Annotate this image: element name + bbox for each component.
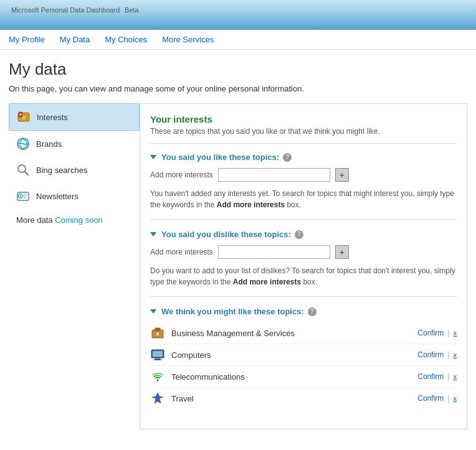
topic-name-travel: Travel xyxy=(171,394,411,403)
topic-icon-telecom xyxy=(150,369,165,384)
sidebar-newsletters-label: Newsletters xyxy=(36,192,79,201)
collapse-disliked-icon xyxy=(150,232,156,237)
divider: | xyxy=(447,394,449,403)
section-disliked-header[interactable]: You said you dislike these topics: ? xyxy=(150,230,457,239)
bing-icon xyxy=(16,163,30,177)
liked-info-text: You haven't added any interests yet. To … xyxy=(150,188,457,210)
remove-business-button[interactable]: x xyxy=(454,329,457,337)
divider: | xyxy=(447,350,449,359)
section-disliked-title: You said you dislike these topics: xyxy=(161,230,291,239)
sidebar-interests-label: Interests xyxy=(37,113,68,122)
topics-list: Business Management & Services Confirm |… xyxy=(150,322,457,409)
svg-rect-15 xyxy=(156,332,159,335)
nav-my-data[interactable]: My Data xyxy=(60,35,90,44)
confirm-travel-button[interactable]: Confirm xyxy=(417,394,444,403)
content-panel: Your interests These are topics that you… xyxy=(140,103,467,429)
confirm-computers-button[interactable]: Confirm xyxy=(417,350,444,359)
topic-name-telecom: Telecommunications xyxy=(171,372,411,382)
disliked-add-row: Add more interests + xyxy=(150,245,457,259)
sidebar-brands-label: Brands xyxy=(36,139,62,149)
panel-description: These are topics that you said you like … xyxy=(150,127,457,144)
remove-telecom-button[interactable]: x xyxy=(454,373,457,380)
page-description: On this page, you can view and manage so… xyxy=(9,84,467,93)
section-suggested-header[interactable]: We think you might like these topics: ? xyxy=(150,307,457,316)
liked-add-button[interactable]: + xyxy=(335,168,349,182)
section-liked-title: You said you like these topics: xyxy=(161,152,279,162)
topic-actions-travel: Confirm | x xyxy=(417,394,457,403)
confirm-business-button[interactable]: Confirm xyxy=(417,329,444,337)
sidebar-item-newsletters[interactable]: Newsletters xyxy=(9,183,140,209)
svg-point-9 xyxy=(20,195,22,197)
header-title: Microsoft Personal Data Dashboard Beta xyxy=(9,1,139,14)
confirm-telecom-button[interactable]: Confirm xyxy=(417,372,444,381)
nav-my-profile[interactable]: My Profile xyxy=(9,35,45,44)
app-title: Microsoft Personal Data Dashboard xyxy=(11,6,120,14)
interests-icon xyxy=(17,110,31,124)
divider: | xyxy=(447,372,449,381)
disliked-add-button[interactable]: + xyxy=(335,245,349,259)
liked-add-row: Add more interests + xyxy=(150,168,457,182)
panel-title: Your interests xyxy=(150,114,457,124)
section-suggested: We think you might like these topics: ? xyxy=(150,307,457,409)
sidebar-item-interests[interactable]: Interests xyxy=(9,103,140,131)
svg-rect-17 xyxy=(153,351,163,357)
table-row: Computers Confirm | x xyxy=(150,344,457,366)
topic-icon-computers xyxy=(150,347,165,362)
more-data-label: More data xyxy=(16,215,53,225)
section-suggested-title: We think you might like these topics: xyxy=(161,307,304,316)
svg-point-3 xyxy=(19,113,22,116)
svg-point-20 xyxy=(157,380,158,381)
topic-name-computers: Computers xyxy=(171,350,411,360)
nav-my-choices[interactable]: My Choices xyxy=(105,35,147,44)
page-body: My data On this page, you can view and m… xyxy=(0,50,476,439)
topic-actions-telecom: Confirm | x xyxy=(417,372,457,381)
sidebar: Interests Brands xyxy=(9,103,140,429)
section-liked-header[interactable]: You said you like these topics: ? xyxy=(150,152,457,162)
more-data: More data Coming soon xyxy=(9,209,140,231)
disliked-help-icon[interactable]: ? xyxy=(295,230,303,239)
nav-bar: My Profile My Data My Choices More Servi… xyxy=(0,30,476,50)
table-row: Business Management & Services Confirm |… xyxy=(150,322,457,344)
disliked-add-input[interactable] xyxy=(218,245,330,259)
liked-add-label: Add more interests xyxy=(150,171,213,179)
header: Microsoft Personal Data Dashboard Beta xyxy=(0,0,476,30)
newsletters-icon xyxy=(16,189,30,203)
remove-computers-button[interactable]: x xyxy=(454,351,457,359)
svg-rect-19 xyxy=(154,359,161,360)
main-layout: Interests Brands xyxy=(9,103,467,429)
page-title: My data xyxy=(9,60,467,79)
table-row: Telecommunications Confirm | x xyxy=(150,366,457,388)
table-row: Travel Confirm | x xyxy=(150,388,457,409)
beta-badge: Beta xyxy=(125,6,139,14)
suggested-help-icon[interactable]: ? xyxy=(308,307,317,316)
disliked-info-text: Do you want to add to your list of disli… xyxy=(150,265,457,288)
section-disliked: You said you dislike these topics: ? Add… xyxy=(150,230,457,297)
topic-actions-business: Confirm | x xyxy=(417,329,457,337)
disliked-add-label: Add more interests xyxy=(150,248,213,256)
collapse-liked-icon xyxy=(150,155,156,159)
topic-icon-business xyxy=(150,326,165,340)
sidebar-item-brands[interactable]: Brands xyxy=(9,131,140,157)
sidebar-item-bing[interactable]: Bing searches xyxy=(9,157,140,183)
svg-rect-14 xyxy=(155,328,160,330)
topic-actions-computers: Confirm | x xyxy=(417,350,457,359)
sidebar-bing-label: Bing searches xyxy=(36,166,87,175)
topic-icon-travel xyxy=(150,391,165,406)
coming-soon-link[interactable]: Coming soon xyxy=(55,215,103,225)
svg-line-6 xyxy=(25,172,29,176)
topic-name-business: Business Management & Services xyxy=(171,329,411,338)
nav-more-services[interactable]: More Services xyxy=(162,35,214,44)
collapse-suggested-icon xyxy=(150,309,156,314)
divider: | xyxy=(447,329,449,337)
liked-help-icon[interactable]: ? xyxy=(283,153,292,162)
section-liked: You said you like these topics: ? Add mo… xyxy=(150,152,457,220)
brands-icon xyxy=(16,137,30,151)
remove-travel-button[interactable]: x xyxy=(454,395,457,402)
liked-add-input[interactable] xyxy=(218,168,330,182)
